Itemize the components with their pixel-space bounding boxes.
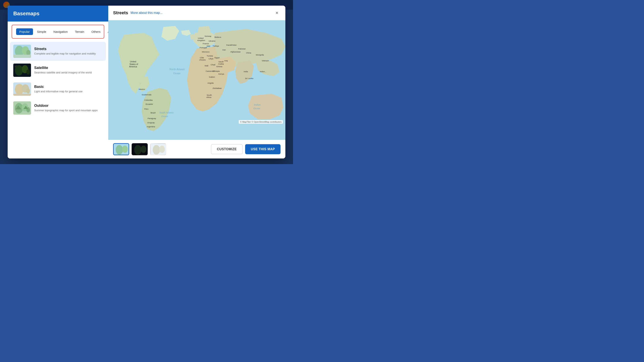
map-attribution: © MapTiler © OpenStreetMap contributors bbox=[239, 120, 283, 124]
svg-text:Ukraine: Ukraine bbox=[209, 40, 216, 42]
svg-rect-4 bbox=[13, 55, 31, 58]
tab-popular[interactable]: Popular bbox=[16, 28, 33, 35]
variant-streets-dark[interactable] bbox=[132, 143, 148, 155]
bottom-bar: CUSTOMIZE USE THIS MAP bbox=[108, 140, 285, 158]
map-item-satellite[interactable]: Satellite Seamless satellite and aerial … bbox=[10, 61, 106, 80]
svg-text:Sri Lanka: Sri Lanka bbox=[245, 77, 254, 79]
svg-text:Ecuador: Ecuador bbox=[146, 103, 153, 105]
svg-text:Arabia: Arabia bbox=[218, 63, 224, 65]
svg-text:Tunisia: Tunisia bbox=[207, 55, 213, 57]
streets-info: Streets Complete and legible map for nav… bbox=[34, 47, 96, 55]
svg-text:Mongolia: Mongolia bbox=[256, 54, 264, 56]
more-about-link[interactable]: More about this map... bbox=[130, 11, 162, 15]
map-thumb-outdoor bbox=[13, 101, 31, 115]
svg-point-9 bbox=[15, 65, 18, 68]
svg-point-78 bbox=[140, 82, 145, 84]
svg-text:Mali: Mali bbox=[205, 64, 208, 67]
close-button[interactable]: × bbox=[273, 9, 280, 16]
preview-map-title: Streets bbox=[113, 10, 128, 15]
svg-text:South Atlantic: South Atlantic bbox=[160, 111, 174, 114]
satellite-info: Satellite Seamless satellite and aerial … bbox=[34, 66, 92, 74]
svg-text:Brazil: Brazil bbox=[150, 112, 155, 114]
svg-text:Italy: Italy bbox=[207, 45, 210, 47]
svg-point-86 bbox=[153, 145, 160, 155]
variant-streets-light[interactable] bbox=[150, 143, 166, 155]
svg-text:North Atlantic: North Atlantic bbox=[169, 68, 185, 71]
svg-text:Belarus: Belarus bbox=[214, 36, 221, 38]
satellite-desc: Seamless satellite and aerial imagery of… bbox=[34, 71, 92, 74]
svg-point-80 bbox=[116, 145, 123, 155]
svg-text:America: America bbox=[129, 65, 137, 68]
svg-text:Zimbabwe: Zimbabwe bbox=[212, 87, 222, 89]
svg-text:Indian: Indian bbox=[254, 103, 260, 106]
streets-name: Streets bbox=[34, 47, 96, 51]
svg-text:Türkiye: Türkiye bbox=[212, 45, 219, 47]
svg-text:Afghanistan: Afghanistan bbox=[230, 51, 241, 53]
modal-overlay: Basemaps Popular Simple Navigation Terra… bbox=[0, 0, 293, 164]
svg-text:Kazakhstan: Kazakhstan bbox=[226, 44, 237, 46]
svg-text:Indon...: Indon... bbox=[260, 70, 266, 73]
svg-text:Ocean: Ocean bbox=[162, 115, 168, 118]
map-thumb-streets bbox=[13, 45, 31, 58]
tab-terrain[interactable]: Terrain bbox=[72, 28, 87, 35]
svg-text:Ocean: Ocean bbox=[254, 107, 260, 110]
svg-text:Mexico: Mexico bbox=[139, 88, 145, 90]
svg-text:Uruguay: Uruguay bbox=[147, 121, 155, 124]
svg-text:Vietnam: Vietnam bbox=[262, 59, 269, 62]
svg-text:Eritrea: Eritrea bbox=[216, 65, 222, 67]
map-item-streets[interactable]: Streets Complete and legible map for nav… bbox=[10, 42, 106, 61]
satellite-name: Satellite bbox=[34, 66, 92, 70]
svg-text:Norway: Norway bbox=[205, 35, 211, 37]
svg-text:Morocco: Morocco bbox=[202, 51, 210, 53]
svg-text:Guatemala: Guatemala bbox=[142, 93, 151, 96]
svg-text:Peru: Peru bbox=[144, 108, 148, 110]
svg-text:Egypt: Egypt bbox=[214, 56, 220, 59]
map-item-basic[interactable]: Basic Light and informative map for gene… bbox=[10, 80, 106, 98]
customize-button[interactable]: CUSTOMIZE bbox=[211, 144, 243, 154]
modal-header: Basemaps bbox=[8, 6, 108, 21]
svg-text:Portugal: Portugal bbox=[200, 46, 207, 49]
outdoor-info: Outdoor Summer topographic map for sport… bbox=[34, 104, 98, 112]
svg-point-8 bbox=[26, 69, 30, 75]
tab-simple[interactable]: Simple bbox=[34, 28, 50, 35]
basemaps-modal: Basemaps Popular Simple Navigation Terra… bbox=[8, 6, 285, 158]
modal-title: Basemaps bbox=[13, 10, 103, 17]
svg-text:States of: States of bbox=[130, 63, 138, 65]
left-panel: Basemaps Popular Simple Navigation Terra… bbox=[8, 6, 108, 158]
outdoor-desc: Summer topographic map for sport and mou… bbox=[34, 109, 98, 112]
svg-text:Ethiopia: Ethiopia bbox=[212, 70, 220, 72]
svg-text:United: United bbox=[130, 60, 136, 63]
svg-text:Argentina: Argentina bbox=[147, 125, 155, 128]
svg-text:Kenya: Kenya bbox=[218, 73, 224, 75]
svg-point-13 bbox=[26, 88, 30, 93]
basic-info: Basic Light and informative map for gene… bbox=[34, 85, 82, 93]
map-list: Streets Complete and legible map for nav… bbox=[8, 40, 108, 158]
svg-text:China: China bbox=[246, 52, 251, 54]
outdoor-name: Outdoor bbox=[34, 104, 98, 108]
svg-text:Kingdom: Kingdom bbox=[198, 39, 205, 41]
svg-text:Chad: Chad bbox=[210, 63, 215, 66]
tab-others[interactable]: Others bbox=[88, 28, 104, 35]
svg-text:Ocean: Ocean bbox=[173, 72, 180, 75]
svg-text:Pakistan: Pakistan bbox=[238, 48, 246, 50]
right-header: Streets More about this map... × bbox=[108, 6, 285, 20]
right-panel: Streets More about this map... × bbox=[108, 6, 285, 158]
svg-text:d'Ivoire: d'Ivoire bbox=[200, 59, 206, 61]
tab-navigation[interactable]: Navigation bbox=[50, 28, 71, 35]
basic-name: Basic bbox=[34, 85, 82, 89]
use-this-map-button[interactable]: USE THIS MAP bbox=[245, 144, 280, 154]
svg-point-81 bbox=[122, 146, 128, 153]
svg-text:Iraq: Iraq bbox=[224, 59, 228, 62]
svg-text:United: United bbox=[198, 37, 204, 39]
svg-text:Libya: Libya bbox=[209, 57, 214, 60]
variant-streets-color[interactable] bbox=[113, 143, 129, 155]
svg-point-84 bbox=[141, 146, 146, 153]
svg-text:India: India bbox=[244, 70, 248, 73]
svg-text:Gabon: Gabon bbox=[209, 76, 215, 78]
bottom-actions: CUSTOMIZE USE THIS MAP bbox=[211, 144, 280, 154]
svg-rect-14 bbox=[13, 94, 31, 96]
svg-text:Côte: Côte bbox=[200, 56, 204, 59]
map-item-outdoor[interactable]: Outdoor Summer topographic map for sport… bbox=[10, 98, 106, 117]
svg-point-3 bbox=[26, 50, 30, 55]
svg-text:France: France bbox=[203, 42, 209, 45]
